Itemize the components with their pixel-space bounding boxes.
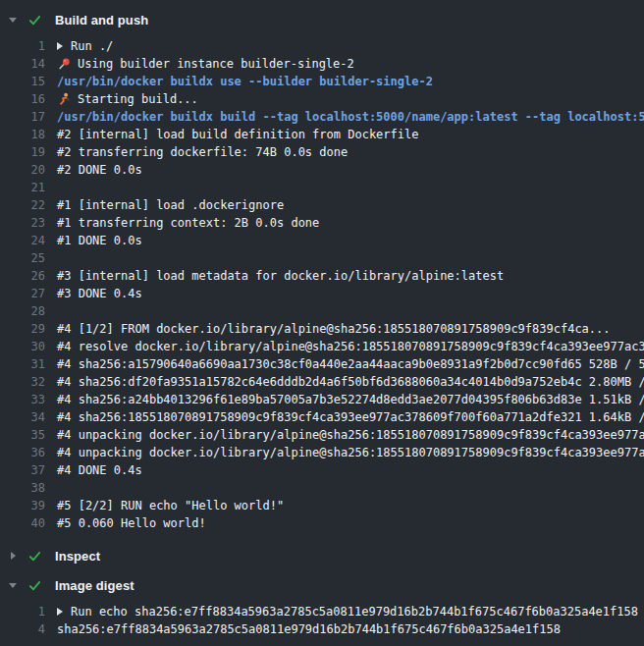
message-text: #3 [internal] load metadata for docker.i… [57, 267, 504, 285]
log-line: 22#1 [internal] load .dockerignore [0, 196, 644, 214]
line-number[interactable]: 17 [0, 108, 57, 126]
message-text: Run ./ [71, 37, 113, 55]
log-text: /usr/bin/docker buildx use --builder bui… [57, 73, 433, 90]
log-line: 24#1 DONE 0.0s [0, 232, 644, 249]
line-number[interactable]: 16 [0, 90, 57, 108]
line-number[interactable]: 21 [0, 179, 57, 196]
line-number[interactable]: 34 [0, 408, 57, 426]
message-text: #5 [2/2] RUN echo "Hello world!" [57, 497, 284, 514]
step-header-image-digest[interactable]: Image digest [0, 570, 644, 600]
message-text: #1 transferring context: 2B 0.0s done [57, 214, 319, 232]
line-number[interactable]: 23 [0, 214, 57, 232]
step-title: Image digest [55, 578, 134, 593]
line-number[interactable]: 25 [0, 249, 57, 267]
message-text: Starting build... [78, 90, 198, 108]
log-line: 1Run ./ [0, 37, 644, 55]
message-text: #4 DONE 0.4s [57, 461, 142, 479]
line-number[interactable]: 28 [0, 302, 57, 320]
line-number[interactable]: 15 [0, 73, 57, 90]
log-line: 34#4 sha256:185518070891758909c9f839cf4c… [0, 408, 644, 426]
step-header-build-and-push[interactable]: Build and push [0, 5, 644, 34]
log-text: #4 resolve docker.io/library/alpine@sha2… [57, 338, 644, 355]
log-line: 27#3 DONE 0.4s [0, 285, 644, 302]
log-text: /usr/bin/docker buildx build --tag local… [57, 108, 644, 126]
log-line: 15/usr/bin/docker buildx use --builder b… [0, 73, 644, 90]
log-line: 16Starting build... [0, 90, 644, 108]
log-line: 31#4 sha256:a15790640a6690aa1730c38cf0a4… [0, 355, 644, 373]
log-text: #1 [internal] load .dockerignore [57, 196, 284, 214]
line-number[interactable]: 14 [0, 55, 57, 73]
message-text: #5 0.060 Hello world! [57, 514, 206, 532]
log-text: Using builder instance builder-single-2 [57, 55, 354, 73]
expand-group-icon[interactable] [57, 42, 63, 50]
log-text: #4 unpacking docker.io/library/alpine@sh… [57, 444, 644, 461]
chevron-down-icon[interactable] [8, 18, 18, 23]
log-line: 35#4 unpacking docker.io/library/alpine@… [0, 426, 644, 444]
log-line: 36#4 unpacking docker.io/library/alpine@… [0, 444, 644, 461]
log-line: 20#2 DONE 0.0s [0, 161, 644, 179]
line-number[interactable]: 4 [0, 620, 57, 638]
log-line: 19#2 transferring dockerfile: 74B 0.0s d… [0, 143, 644, 161]
log-line: 38 [0, 479, 644, 497]
message-text: #2 transferring dockerfile: 74B 0.0s don… [57, 143, 348, 161]
message-text: #4 [1/2] FROM docker.io/library/alpine@s… [57, 320, 611, 338]
log-line: 23#1 transferring context: 2B 0.0s done [0, 214, 644, 232]
step-title: Inspect [55, 549, 100, 564]
log-text: #4 sha256:185518070891758909c9f839cf4ca3… [57, 408, 644, 426]
line-number[interactable]: 40 [0, 514, 57, 532]
line-number[interactable]: 38 [0, 479, 57, 497]
line-number[interactable]: 19 [0, 143, 57, 161]
check-icon [27, 13, 55, 27]
line-number[interactable]: 1 [0, 37, 57, 55]
log-lines-build-and-push: 1Run ./14Using builder instance builder-… [0, 37, 644, 532]
line-number[interactable]: 32 [0, 373, 57, 391]
log-line: 37#4 DONE 0.4s [0, 461, 644, 479]
log-line: 40#5 0.060 Hello world! [0, 514, 644, 532]
line-number[interactable]: 33 [0, 391, 57, 408]
message-text: #4 resolve docker.io/library/alpine@sha2… [57, 338, 644, 355]
line-number[interactable]: 20 [0, 161, 57, 179]
log-lines-image-digest: 1Run echo sha256:e7ff8834a5963a2785c5a08… [0, 603, 644, 638]
log-text: #4 unpacking docker.io/library/alpine@sh… [57, 426, 644, 444]
message-text: #4 sha256:185518070891758909c9f839cf4ca3… [57, 408, 644, 426]
log-text: #4 DONE 0.4s [57, 461, 142, 479]
log-line: 4sha256:e7ff8834a5963a2785c5a0811e979d16… [0, 620, 644, 638]
message-text: #3 DONE 0.4s [57, 285, 142, 302]
message-text: #1 [internal] load .dockerignore [57, 196, 284, 214]
message-text: Using builder instance builder-single-2 [78, 55, 354, 73]
log-text: #4 [1/2] FROM docker.io/library/alpine@s… [57, 320, 611, 338]
expand-group-icon[interactable] [57, 608, 63, 616]
log-line: 32#4 sha256:df20fa9351a15782c64e6dddb2d4… [0, 373, 644, 391]
step-title: Build and push [55, 13, 148, 27]
step-header-inspect[interactable]: Inspect [0, 541, 644, 570]
line-number[interactable]: 1 [0, 603, 57, 620]
line-number[interactable]: 18 [0, 126, 57, 143]
line-number[interactable]: 35 [0, 426, 57, 444]
log-line: 33#4 sha256:a24bb4013296f61e89ba57005a7b… [0, 391, 644, 408]
log-text: #4 sha256:a24bb4013296f61e89ba57005a7b3e… [57, 391, 644, 408]
message-text: #2 DONE 0.0s [57, 161, 142, 179]
line-number[interactable]: 22 [0, 196, 57, 214]
log-line: 17/usr/bin/docker buildx build --tag loc… [0, 108, 644, 126]
chevron-down-icon[interactable] [8, 583, 18, 588]
log-line: 14Using builder instance builder-single-… [0, 55, 644, 73]
log-text: #2 [internal] load build definition from… [57, 126, 418, 143]
line-number[interactable]: 39 [0, 497, 57, 514]
line-number[interactable]: 31 [0, 355, 57, 373]
command-text: /usr/bin/docker buildx use --builder bui… [57, 73, 433, 90]
line-number[interactable]: 29 [0, 320, 57, 338]
log-text: Run echo sha256:e7ff8834a5963a2785c5a081… [57, 603, 638, 620]
line-number[interactable]: 26 [0, 267, 57, 285]
message-text: sha256:e7ff8834a5963a2785c5a0811e979d16b… [57, 620, 561, 638]
log-line: 29#4 [1/2] FROM docker.io/library/alpine… [0, 320, 644, 338]
message-text: Run echo sha256:e7ff8834a5963a2785c5a081… [71, 603, 638, 620]
log-text: sha256:e7ff8834a5963a2785c5a0811e979d16b… [57, 620, 561, 638]
line-number[interactable]: 24 [0, 232, 57, 249]
log-text: #5 [2/2] RUN echo "Hello world!" [57, 497, 284, 514]
line-number[interactable]: 37 [0, 461, 57, 479]
line-number[interactable]: 27 [0, 285, 57, 302]
chevron-right-icon[interactable] [8, 552, 18, 560]
message-text: #4 sha256:df20fa9351a15782c64e6dddb2d4a6… [57, 373, 644, 391]
line-number[interactable]: 30 [0, 338, 57, 355]
line-number[interactable]: 36 [0, 444, 57, 461]
